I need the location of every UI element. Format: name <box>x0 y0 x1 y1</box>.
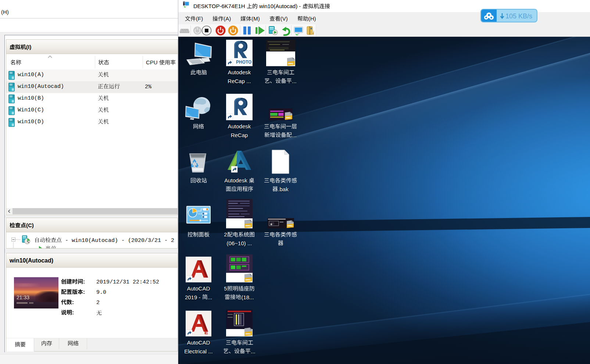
svg-text:DWG: DWG <box>288 225 293 227</box>
svg-text:DWG: DWG <box>246 279 251 281</box>
svg-text:DWG: DWG <box>246 225 251 227</box>
svg-text:DWG: DWG <box>286 117 291 119</box>
svg-text:PHOTO: PHOTO <box>236 60 251 65</box>
svg-text:DWG: DWG <box>288 63 294 65</box>
svg-text:E: E <box>204 329 208 335</box>
svg-text:DWG: DWG <box>246 333 251 335</box>
